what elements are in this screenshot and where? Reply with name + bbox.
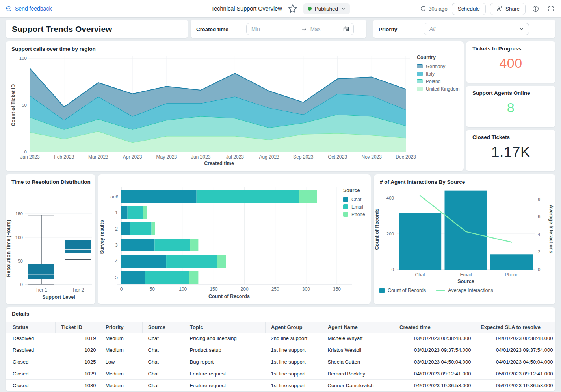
table-cell: Medium <box>100 380 143 392</box>
legend-swatch <box>379 288 385 293</box>
chevron-down-icon <box>341 7 346 11</box>
favorite-star-icon[interactable] <box>287 3 298 14</box>
kpi-label: Support Agents Online <box>472 90 530 96</box>
legend-label: Email <box>351 204 363 210</box>
column-header[interactable]: Status <box>6 322 56 333</box>
legend-item[interactable]: Count of Records <box>379 288 426 293</box>
page-title-card: Support Trends Overview <box>6 20 188 38</box>
svg-text:May 2023: May 2023 <box>156 154 177 160</box>
feedback-bubble-icon <box>6 6 12 12</box>
column-header[interactable]: Created time <box>394 322 475 333</box>
table-cell: 1029 <box>56 368 100 380</box>
table-cell: 05/01/2023 19:36:58.000 <box>475 380 556 392</box>
table-cell: Chat <box>143 368 184 380</box>
table-cell: Low <box>100 356 143 368</box>
interactions-combo-chart[interactable]: 020040002468ChatEmailPhoneSourceCount of… <box>374 184 555 292</box>
column-header[interactable]: Ticket ID <box>56 322 100 333</box>
table-cell: 1st line support <box>266 368 322 380</box>
priority-select[interactable]: All <box>424 23 529 35</box>
table-cell: Closed <box>6 368 56 380</box>
table-cell: Medium <box>100 344 143 356</box>
schedule-button[interactable]: Schedule <box>452 3 486 15</box>
details-table: StatusTicket IDPrioritySourceTopicAgent … <box>6 322 555 391</box>
resolution-boxplot-chart[interactable]: 050100150Tier 1Tier 2Support LevelResolu… <box>6 185 95 303</box>
refresh-control[interactable]: 30s ago <box>420 6 448 12</box>
svg-text:Aug 2023: Aug 2023 <box>259 154 279 160</box>
info-button[interactable] <box>530 3 541 14</box>
legend-item[interactable]: Email <box>343 203 369 211</box>
legend-swatch <box>417 79 423 83</box>
survey-stacked-bar-chart[interactable]: 050100150200250300350null12345Count of R… <box>98 182 371 303</box>
svg-text:Jun 2023: Jun 2023 <box>191 154 211 160</box>
table-cell: 1st line support <box>266 344 322 356</box>
table-row[interactable]: Closed1029MediumChatFeature request1st l… <box>6 368 555 380</box>
column-header[interactable]: Source <box>143 322 184 333</box>
svg-text:0: 0 <box>538 267 540 272</box>
table-cell: 1020 <box>56 344 100 356</box>
legend-item[interactable]: Germany <box>417 63 463 70</box>
created-time-range-input[interactable]: Min Max <box>246 23 354 35</box>
min-date-placeholder[interactable]: Min <box>251 26 260 32</box>
fullscreen-button[interactable] <box>545 3 556 14</box>
published-dot <box>308 7 312 11</box>
kpi-label: Tickets In Progress <box>472 46 521 52</box>
kpi-support-agents-online: Support Agents Online 8 <box>466 86 555 127</box>
legend-item[interactable]: United Kingdom <box>417 85 463 92</box>
column-header[interactable]: Priority <box>100 322 143 333</box>
max-date-placeholder[interactable]: Max <box>310 26 321 32</box>
column-header[interactable]: Agent Name <box>322 322 394 333</box>
kpi-closed-tickets: Closed Tickets 1.17K <box>466 130 555 171</box>
publish-status-label: Published <box>315 6 338 12</box>
info-icon <box>532 5 539 13</box>
survey-bars-card: 050100150200250300350null12345Count of R… <box>98 174 371 304</box>
legend-swatch <box>417 72 423 76</box>
legend-label: Chat <box>351 197 361 202</box>
svg-text:Tier 2: Tier 2 <box>72 287 84 293</box>
svg-text:200: 200 <box>386 231 394 236</box>
svg-text:Phone: Phone <box>505 272 518 277</box>
svg-text:50: 50 <box>149 287 155 292</box>
column-header[interactable]: Expected SLA to resolve <box>475 322 556 333</box>
legend-item[interactable]: Poland <box>417 78 463 85</box>
table-cell: 05/01/2023 09:12:41.000 <box>475 368 556 380</box>
dashboard-screen: Send feedback Technical Support Overview… <box>0 0 561 392</box>
fullscreen-icon <box>548 6 554 12</box>
send-feedback-link[interactable]: Send feedback <box>6 0 52 17</box>
legend-item[interactable]: Italy <box>417 70 463 78</box>
legend-label: United Kingdom <box>426 86 459 92</box>
table-row[interactable]: Closed1025LowChatBug report1st line supp… <box>6 356 555 368</box>
svg-text:6: 6 <box>538 214 540 219</box>
column-header[interactable]: Agent Group <box>266 322 322 333</box>
table-cell: Chat <box>143 356 184 368</box>
publish-status-dropdown[interactable]: Published <box>303 3 350 14</box>
legend-item[interactable]: Chat <box>343 196 369 203</box>
legend-item[interactable]: Phone <box>343 211 369 218</box>
calendar-icon[interactable] <box>343 26 349 32</box>
svg-text:3: 3 <box>115 242 118 248</box>
kpi-label: Closed Tickets <box>472 134 510 140</box>
legend-label: Count of Records <box>388 288 426 293</box>
table-row[interactable]: Resolved1020MediumChatProduct setup1st l… <box>6 344 555 356</box>
legend-label: Italy <box>426 71 435 77</box>
table-row[interactable]: Resolved1019MediumChatPricing and licens… <box>6 333 555 344</box>
kpi-tickets-in-progress: Tickets In Progress 400 <box>466 41 555 83</box>
table-row[interactable]: Closed1030MediumChatFeature request1st l… <box>6 380 555 392</box>
table-cell: Bernard Beckley <box>322 368 394 380</box>
svg-text:8: 8 <box>538 197 540 202</box>
share-button[interactable]: Share <box>490 3 526 15</box>
share-label: Share <box>505 6 520 12</box>
table-cell: Pricing and licensing <box>184 333 266 344</box>
details-title: Details <box>12 311 29 317</box>
svg-text:400: 400 <box>386 196 394 200</box>
svg-text:200: 200 <box>241 287 249 292</box>
table-cell: Resolved <box>6 333 56 344</box>
legend-swatch <box>417 64 423 68</box>
svg-text:4: 4 <box>538 232 541 237</box>
support-calls-area-chart[interactable]: 050100Jan 2023Feb 2023Mar 2023Apr 2023Ma… <box>11 51 458 169</box>
svg-text:350: 350 <box>333 287 341 292</box>
legend-label: Germany <box>426 64 445 69</box>
legend-title: Country <box>417 55 463 60</box>
legend-item[interactable]: Average Interactions <box>436 288 493 293</box>
country-legend: CountryGermanyItalyPolandUnited Kingdom <box>417 55 463 92</box>
column-header[interactable]: Topic <box>184 322 266 333</box>
